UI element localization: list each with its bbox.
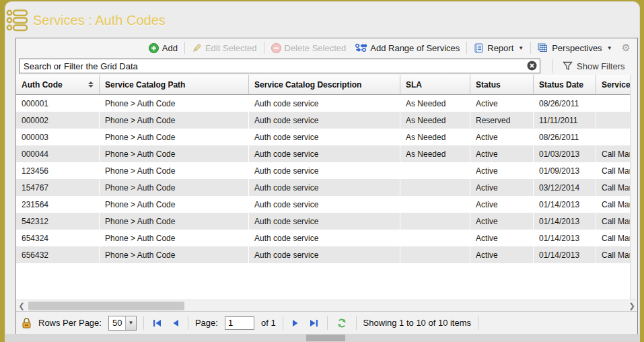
perspectives-icon xyxy=(538,43,548,53)
grid-view: Auth Code Service Catalog Path Service C… xyxy=(16,75,637,311)
cell-service-host: Call Manag xyxy=(596,145,630,162)
rows-per-page-value: 50 xyxy=(109,316,125,330)
pager-separator xyxy=(143,316,144,330)
table-row[interactable]: 123456 Phone > Auth Code Auth code servi… xyxy=(16,162,630,179)
edit-selected-label: Edit Selected xyxy=(205,43,257,53)
column-header-label: Status xyxy=(476,80,501,90)
clear-circle-x-icon[interactable] xyxy=(527,61,537,71)
page-title: Services : Auth Codes xyxy=(33,13,166,28)
toolbar-separator xyxy=(264,42,264,54)
add-plus-circle-icon xyxy=(149,43,159,53)
cell-service-catalog-path: Phone > Auth Code xyxy=(100,179,249,196)
delete-selected-label: Delete Selected xyxy=(285,43,347,53)
cell-status-date: 01/14/2013 xyxy=(534,230,596,246)
pager-forward-group xyxy=(290,319,320,327)
cell-status-date: 11/11/2011 xyxy=(534,112,596,129)
cell-sla: As Needed xyxy=(400,95,470,112)
grid-header-row: Auth Code Service Catalog Path Service C… xyxy=(16,75,630,95)
add-range-label: Add Range of Services xyxy=(370,43,460,53)
last-page-button[interactable] xyxy=(308,319,320,327)
page-label: Page: xyxy=(195,318,218,328)
cell-service-host: Call Manag xyxy=(596,213,630,230)
table-row[interactable]: 654324 Phone > Auth Code Auth code servi… xyxy=(16,230,630,246)
table-row[interactable]: 000001 Phone > Auth Code Auth code servi… xyxy=(16,95,630,112)
toolbar-separator xyxy=(530,42,531,54)
cell-service-host xyxy=(596,95,630,112)
next-page-button[interactable] xyxy=(290,319,301,327)
previous-page-button[interactable] xyxy=(170,319,181,327)
column-header-service-catalog-description[interactable]: Service Catalog Description xyxy=(249,75,400,94)
pager-separator xyxy=(283,316,283,330)
table-row[interactable]: 000003 Phone > Auth Code Auth code servi… xyxy=(16,129,630,145)
column-header-service-host[interactable]: Service H xyxy=(596,75,630,94)
cell-status: Active xyxy=(470,196,534,213)
cell-service-host: Call Manag xyxy=(596,179,630,196)
grid-rows: 000001 Phone > Auth Code Auth code servi… xyxy=(16,95,630,263)
table-row[interactable]: 656432 Phone > Auth Code Auth code servi… xyxy=(16,246,630,263)
report-label: Report xyxy=(487,43,513,53)
pager-separator xyxy=(356,316,357,330)
edit-selected-button[interactable]: Edit Selected xyxy=(189,42,260,55)
horizontal-scroll-track[interactable] xyxy=(27,302,627,310)
main-panel: Services : Auth Codes Add Edit Select xyxy=(5,1,640,342)
column-header-auth-code[interactable]: Auth Code xyxy=(16,75,100,94)
cell-sla: As Needed xyxy=(400,112,470,129)
sort-icon xyxy=(84,81,94,88)
cell-status: Active xyxy=(470,145,534,162)
scroll-left-arrow-icon[interactable]: ❮ xyxy=(16,300,27,312)
table-row[interactable]: 000044 Phone > Auth Code Auth code servi… xyxy=(16,145,630,162)
cell-auth-code: 656432 xyxy=(16,246,100,263)
cell-auth-code: 000044 xyxy=(16,145,100,162)
add-range-button[interactable]: Add Range of Services xyxy=(353,42,462,55)
table-row[interactable]: 542312 Phone > Auth Code Auth code servi… xyxy=(16,213,630,230)
toolbar-separator xyxy=(184,42,185,54)
column-header-sla[interactable]: SLA xyxy=(400,75,470,94)
chevron-down-icon: ▼ xyxy=(518,45,524,51)
cell-service-catalog-description: Auth code service xyxy=(249,95,400,112)
table-row[interactable]: 000002 Phone > Auth Code Auth code servi… xyxy=(16,112,630,129)
horizontal-scroll-thumb[interactable] xyxy=(28,302,184,310)
perspectives-button[interactable]: Perspectives ▼ xyxy=(535,42,614,55)
cell-auth-code: 654324 xyxy=(16,230,100,246)
cell-service-catalog-description: Auth code service xyxy=(249,145,400,162)
gear-icon[interactable]: ⚙ xyxy=(619,42,633,54)
table-row[interactable]: 154767 Phone > Auth Code Auth code servi… xyxy=(16,179,630,196)
column-header-status-date[interactable]: Status Date xyxy=(534,75,596,94)
cell-service-catalog-description: Auth code service xyxy=(249,129,400,145)
show-filters-button[interactable]: Show Filters xyxy=(552,59,625,73)
cell-service-catalog-path: Phone > Auth Code xyxy=(100,230,249,246)
cell-auth-code: 123456 xyxy=(16,162,100,179)
edit-pencil-icon xyxy=(192,43,202,53)
column-header-status[interactable]: Status xyxy=(470,75,534,94)
cell-service-host: Call Manag xyxy=(596,196,630,213)
add-button[interactable]: Add xyxy=(146,42,180,55)
cell-service-catalog-path: Phone > Auth Code xyxy=(100,129,249,145)
column-header-service-catalog-path[interactable]: Service Catalog Path xyxy=(100,75,249,94)
table-row[interactable]: 231564 Phone > Auth Code Auth code servi… xyxy=(16,196,630,213)
cell-auth-code: 000001 xyxy=(16,95,100,112)
cell-service-catalog-path: Phone > Auth Code xyxy=(100,213,249,230)
cell-service-catalog-path: Phone > Auth Code xyxy=(100,145,249,162)
first-page-icon xyxy=(153,319,162,327)
page-number-input[interactable] xyxy=(225,316,254,330)
delete-selected-button[interactable]: Delete Selected xyxy=(269,42,349,55)
rows-per-page-select[interactable]: 50 ▼ xyxy=(108,316,137,331)
vertical-scrollbar[interactable] xyxy=(630,75,637,300)
cell-status-date: 01/14/2013 xyxy=(534,246,596,263)
cell-service-catalog-description: Auth code service xyxy=(249,246,400,263)
window-scroll-thumb[interactable] xyxy=(306,335,345,341)
cell-sla: As Needed xyxy=(400,145,470,162)
cell-status: Active xyxy=(470,179,534,196)
cell-service-catalog-description: Auth code service xyxy=(249,230,400,246)
window-horizontal-scrollbar[interactable] xyxy=(5,334,640,342)
cell-status: Active xyxy=(470,246,534,263)
first-page-button[interactable] xyxy=(151,319,164,327)
refresh-button[interactable] xyxy=(334,318,349,329)
scroll-right-arrow-icon[interactable]: ❯ xyxy=(627,300,637,312)
cell-service-catalog-path: Phone > Auth Code xyxy=(100,196,249,213)
cell-status: Reserved xyxy=(470,112,534,129)
cell-sla xyxy=(400,196,470,213)
search-input[interactable] xyxy=(19,59,540,73)
report-button[interactable]: Report ▼ xyxy=(471,42,526,55)
cell-auth-code: 542312 xyxy=(16,213,100,230)
